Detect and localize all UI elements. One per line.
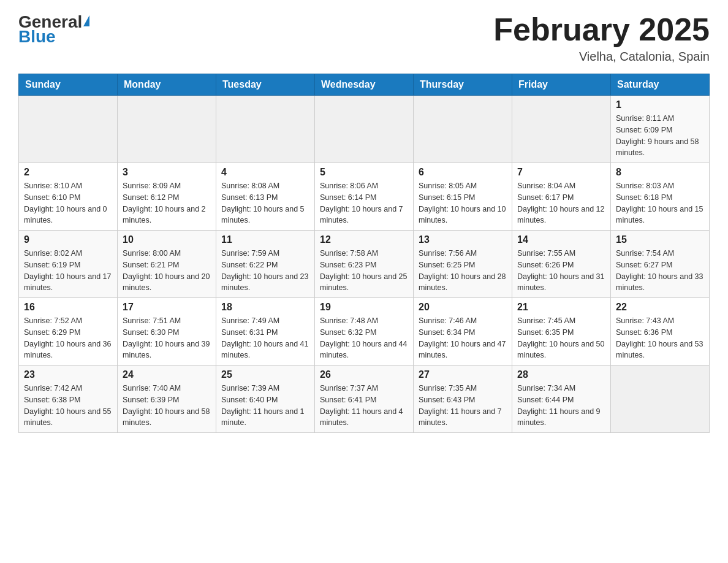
day-number: 18 <box>221 302 309 313</box>
title-block: February 2025 Vielha, Catalonia, Spain <box>493 12 710 64</box>
day-number: 14 <box>517 234 605 245</box>
day-info: Sunrise: 7:52 AM Sunset: 6:29 PM Dayligh… <box>24 315 112 361</box>
day-number: 24 <box>123 369 211 380</box>
week-row-3: 9Sunrise: 8:02 AM Sunset: 6:19 PM Daylig… <box>19 231 710 298</box>
day-info: Sunrise: 8:00 AM Sunset: 6:21 PM Dayligh… <box>123 248 211 294</box>
day-info: Sunrise: 7:37 AM Sunset: 6:41 PM Dayligh… <box>320 383 408 429</box>
day-header-thursday: Thursday <box>414 74 512 96</box>
day-number: 21 <box>517 302 605 313</box>
logo: General Blue <box>18 12 89 47</box>
week-row-5: 23Sunrise: 7:42 AM Sunset: 6:38 PM Dayli… <box>19 366 710 433</box>
day-cell: 9Sunrise: 8:02 AM Sunset: 6:19 PM Daylig… <box>19 231 118 298</box>
day-cell: 27Sunrise: 7:35 AM Sunset: 6:43 PM Dayli… <box>414 366 512 433</box>
day-number: 9 <box>24 234 112 245</box>
day-cell: 15Sunrise: 7:54 AM Sunset: 6:27 PM Dayli… <box>611 231 710 298</box>
day-number: 26 <box>320 369 408 380</box>
day-number: 27 <box>419 369 507 380</box>
day-number: 22 <box>616 302 704 313</box>
day-number: 23 <box>24 369 112 380</box>
day-header-saturday: Saturday <box>611 74 710 96</box>
day-cell: 24Sunrise: 7:40 AM Sunset: 6:39 PM Dayli… <box>118 366 216 433</box>
day-cell: 7Sunrise: 8:04 AM Sunset: 6:17 PM Daylig… <box>512 163 611 231</box>
day-cell <box>118 96 216 163</box>
day-cell: 20Sunrise: 7:46 AM Sunset: 6:34 PM Dayli… <box>414 298 512 366</box>
day-number: 20 <box>419 302 507 313</box>
day-info: Sunrise: 8:03 AM Sunset: 6:18 PM Dayligh… <box>616 180 704 226</box>
day-info: Sunrise: 7:55 AM Sunset: 6:26 PM Dayligh… <box>517 248 605 294</box>
day-info: Sunrise: 8:04 AM Sunset: 6:17 PM Dayligh… <box>517 180 605 226</box>
logo-blue-text: Blue <box>18 27 56 47</box>
day-cell: 14Sunrise: 7:55 AM Sunset: 6:26 PM Dayli… <box>512 231 611 298</box>
day-info: Sunrise: 7:58 AM Sunset: 6:23 PM Dayligh… <box>320 248 408 294</box>
day-cell <box>611 366 710 433</box>
day-header-tuesday: Tuesday <box>216 74 315 96</box>
day-info: Sunrise: 8:08 AM Sunset: 6:13 PM Dayligh… <box>221 180 309 226</box>
day-cell <box>216 96 315 163</box>
day-cell <box>19 96 118 163</box>
day-number: 1 <box>616 99 704 110</box>
day-cell: 4Sunrise: 8:08 AM Sunset: 6:13 PM Daylig… <box>216 163 315 231</box>
day-info: Sunrise: 8:11 AM Sunset: 6:09 PM Dayligh… <box>616 113 704 159</box>
day-cell: 28Sunrise: 7:34 AM Sunset: 6:44 PM Dayli… <box>512 366 611 433</box>
week-row-1: 1Sunrise: 8:11 AM Sunset: 6:09 PM Daylig… <box>19 96 710 163</box>
day-info: Sunrise: 8:06 AM Sunset: 6:14 PM Dayligh… <box>320 180 408 226</box>
day-info: Sunrise: 7:59 AM Sunset: 6:22 PM Dayligh… <box>221 248 309 294</box>
day-info: Sunrise: 7:46 AM Sunset: 6:34 PM Dayligh… <box>419 315 507 361</box>
week-row-2: 2Sunrise: 8:10 AM Sunset: 6:10 PM Daylig… <box>19 163 710 231</box>
day-number: 16 <box>24 302 112 313</box>
day-cell: 5Sunrise: 8:06 AM Sunset: 6:14 PM Daylig… <box>315 163 414 231</box>
day-cell <box>414 96 512 163</box>
day-cell: 13Sunrise: 7:56 AM Sunset: 6:25 PM Dayli… <box>414 231 512 298</box>
day-number: 28 <box>517 369 605 380</box>
day-info: Sunrise: 7:51 AM Sunset: 6:30 PM Dayligh… <box>123 315 211 361</box>
day-info: Sunrise: 8:05 AM Sunset: 6:15 PM Dayligh… <box>419 180 507 226</box>
day-cell <box>512 96 611 163</box>
day-cell: 26Sunrise: 7:37 AM Sunset: 6:41 PM Dayli… <box>315 366 414 433</box>
day-number: 5 <box>320 167 408 178</box>
day-number: 6 <box>419 167 507 178</box>
calendar-table: SundayMondayTuesdayWednesdayThursdayFrid… <box>18 74 710 433</box>
day-number: 3 <box>123 167 211 178</box>
day-cell: 12Sunrise: 7:58 AM Sunset: 6:23 PM Dayli… <box>315 231 414 298</box>
day-cell: 18Sunrise: 7:49 AM Sunset: 6:31 PM Dayli… <box>216 298 315 366</box>
day-info: Sunrise: 7:42 AM Sunset: 6:38 PM Dayligh… <box>24 383 112 429</box>
day-info: Sunrise: 7:49 AM Sunset: 6:31 PM Dayligh… <box>221 315 309 361</box>
day-info: Sunrise: 7:43 AM Sunset: 6:36 PM Dayligh… <box>616 315 704 361</box>
day-info: Sunrise: 7:40 AM Sunset: 6:39 PM Dayligh… <box>123 383 211 429</box>
day-info: Sunrise: 7:56 AM Sunset: 6:25 PM Dayligh… <box>419 248 507 294</box>
day-cell: 3Sunrise: 8:09 AM Sunset: 6:12 PM Daylig… <box>118 163 216 231</box>
day-number: 2 <box>24 167 112 178</box>
day-number: 7 <box>517 167 605 178</box>
page-header: General Blue February 2025 Vielha, Catal… <box>18 12 710 64</box>
day-cell: 6Sunrise: 8:05 AM Sunset: 6:15 PM Daylig… <box>414 163 512 231</box>
day-header-monday: Monday <box>118 74 216 96</box>
day-cell: 16Sunrise: 7:52 AM Sunset: 6:29 PM Dayli… <box>19 298 118 366</box>
day-info: Sunrise: 7:45 AM Sunset: 6:35 PM Dayligh… <box>517 315 605 361</box>
day-header-sunday: Sunday <box>19 74 118 96</box>
day-header-row: SundayMondayTuesdayWednesdayThursdayFrid… <box>19 74 710 96</box>
day-cell: 11Sunrise: 7:59 AM Sunset: 6:22 PM Dayli… <box>216 231 315 298</box>
day-cell: 21Sunrise: 7:45 AM Sunset: 6:35 PM Dayli… <box>512 298 611 366</box>
day-info: Sunrise: 7:48 AM Sunset: 6:32 PM Dayligh… <box>320 315 408 361</box>
day-number: 13 <box>419 234 507 245</box>
day-number: 19 <box>320 302 408 313</box>
day-cell: 25Sunrise: 7:39 AM Sunset: 6:40 PM Dayli… <box>216 366 315 433</box>
day-cell: 1Sunrise: 8:11 AM Sunset: 6:09 PM Daylig… <box>611 96 710 163</box>
day-cell: 17Sunrise: 7:51 AM Sunset: 6:30 PM Dayli… <box>118 298 216 366</box>
day-cell: 8Sunrise: 8:03 AM Sunset: 6:18 PM Daylig… <box>611 163 710 231</box>
subtitle: Vielha, Catalonia, Spain <box>493 50 710 64</box>
day-info: Sunrise: 7:34 AM Sunset: 6:44 PM Dayligh… <box>517 383 605 429</box>
day-cell: 2Sunrise: 8:10 AM Sunset: 6:10 PM Daylig… <box>19 163 118 231</box>
day-cell: 22Sunrise: 7:43 AM Sunset: 6:36 PM Dayli… <box>611 298 710 366</box>
day-number: 4 <box>221 167 309 178</box>
day-info: Sunrise: 7:54 AM Sunset: 6:27 PM Dayligh… <box>616 248 704 294</box>
day-cell <box>315 96 414 163</box>
main-title: February 2025 <box>493 12 710 47</box>
day-number: 10 <box>123 234 211 245</box>
day-info: Sunrise: 7:35 AM Sunset: 6:43 PM Dayligh… <box>419 383 507 429</box>
day-number: 25 <box>221 369 309 380</box>
day-cell: 23Sunrise: 7:42 AM Sunset: 6:38 PM Dayli… <box>19 366 118 433</box>
day-cell: 19Sunrise: 7:48 AM Sunset: 6:32 PM Dayli… <box>315 298 414 366</box>
day-number: 15 <box>616 234 704 245</box>
day-info: Sunrise: 8:09 AM Sunset: 6:12 PM Dayligh… <box>123 180 211 226</box>
